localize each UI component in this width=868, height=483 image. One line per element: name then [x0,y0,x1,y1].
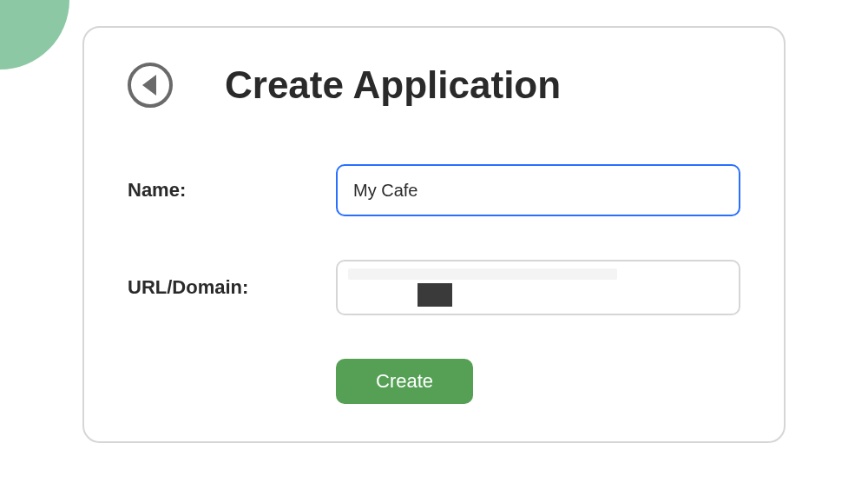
redacted-block [418,283,452,307]
name-row: Name: [128,164,740,216]
create-button[interactable]: Create [336,359,473,404]
button-row: Create [128,359,740,404]
name-input[interactable] [336,164,740,216]
url-row: URL/Domain: [128,260,740,315]
page-title: Create Application [225,63,561,107]
back-arrow-icon [142,75,156,96]
name-label: Name: [128,179,336,202]
back-button[interactable] [128,63,173,108]
decorative-blob [0,0,69,69]
card-header: Create Application [128,63,740,108]
redacted-bar [348,268,617,280]
url-label: URL/Domain: [128,276,336,299]
url-input[interactable] [336,260,740,315]
create-application-card: Create Application Name: URL/Domain: Cre… [82,26,786,443]
